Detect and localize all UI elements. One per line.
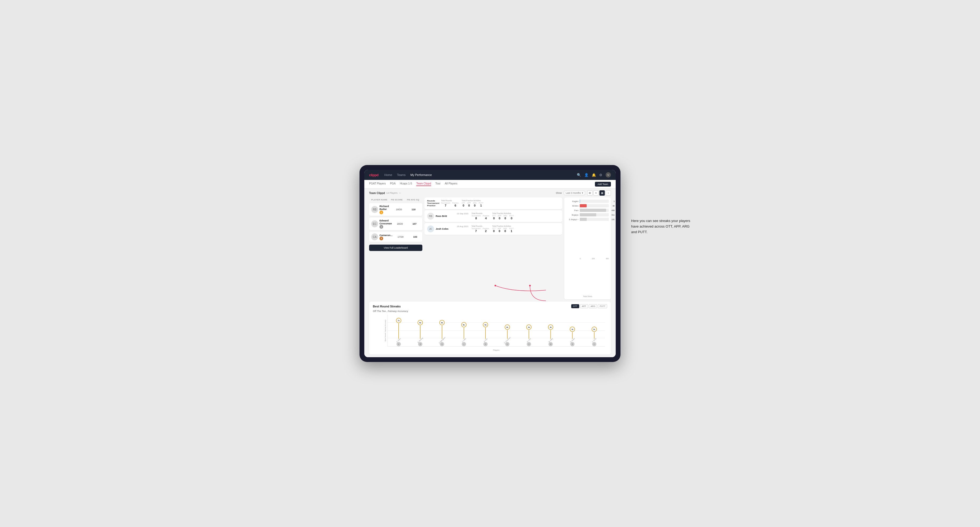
- tournament-val: 7: [445, 204, 446, 207]
- period-dropdown[interactable]: Last 3 months ▾: [564, 191, 585, 195]
- bell-icon[interactable]: 🔔: [592, 173, 596, 177]
- player-name-3: Cameron...: [379, 234, 393, 237]
- ott-josh: OTT 0: [492, 227, 496, 233]
- ott-button-putt[interactable]: PUTT: [598, 304, 607, 308]
- sub-nav-all-players[interactable]: All Players: [445, 182, 457, 186]
- bottom-section: Best Round Streaks OTT APP ARG PUTT Off …: [369, 302, 611, 354]
- table-view-button[interactable]: ↕: [606, 190, 611, 195]
- player-bar-avatar-4: R: [483, 342, 488, 346]
- practice-val: 6: [455, 204, 456, 207]
- putt-val-rees: 0: [511, 217, 512, 220]
- bar-fill-eagles: [580, 200, 580, 203]
- team-name: Team Clippd: [369, 192, 385, 195]
- stat-tournament: Tournament 7: [441, 202, 450, 207]
- sub-nav-pga[interactable]: PGA: [390, 182, 396, 186]
- edit-icon[interactable]: ✏: [399, 192, 401, 195]
- chart-body: 7xE. EbertE6xB. McHargB6xD. BillinghamD5…: [387, 314, 605, 346]
- grid-view-button[interactable]: ⊞: [587, 190, 593, 195]
- col-player-name: PLAYER NAME: [371, 198, 391, 201]
- rounds-tournament-label: Rounds Tournament Practice: [427, 200, 438, 207]
- practice-act-label-josh: Total Practice Activities: [492, 225, 514, 227]
- streak-bubble-6: 4x: [526, 324, 531, 330]
- player-name-wrap-3: Cameron... 3: [379, 234, 393, 240]
- team-header: Team Clippd 14 Players ✏ Show Last 3 mon…: [364, 189, 616, 197]
- bar-value-eagles: 3: [614, 200, 615, 202]
- x-label-0: 0: [580, 258, 581, 259]
- player-card-josh: JC Josh Coles 26 Aug 2023 Total Rounds: [425, 223, 562, 235]
- bar-value-pars: 499: [611, 210, 615, 211]
- app-logo: clippd: [369, 173, 379, 177]
- list-view-button[interactable]: ≡: [593, 190, 599, 195]
- bar-label-eagles: Eagles: [566, 200, 578, 203]
- player-bar-group-5: 4xE. CrossmanE: [503, 324, 512, 346]
- app-rees: APP 0: [498, 215, 501, 220]
- tournament-josh: Tournament 7: [471, 227, 480, 233]
- add-team-button[interactable]: Add Team: [595, 182, 611, 187]
- bar-row-bogeys: Bogeys 311: [566, 213, 609, 216]
- ott-button-arg[interactable]: ARG: [589, 304, 597, 308]
- table-row[interactable]: CA Cameron... 3 17/20 103: [369, 232, 422, 242]
- sub-title: Off The Tee , Fairway Accuracy: [373, 310, 607, 313]
- table-row[interactable]: EC Edward Crossman 2 18/20 107: [369, 217, 422, 230]
- stat-row-practice-acts: OTT 0 APP 0 ARG: [462, 202, 483, 207]
- ott-button-ott[interactable]: OTT: [571, 304, 579, 308]
- middle-panel: Rounds Tournament Practice Total Rounds …: [425, 197, 562, 300]
- bar-track-pars: 499: [580, 209, 609, 212]
- ott-val-rees: 0: [493, 217, 495, 220]
- bar-track-dbogeys: 131: [580, 218, 609, 221]
- putt-val: 1: [480, 204, 482, 207]
- bar-label-bogeys: Bogeys: [566, 214, 578, 216]
- app-josh: APP 0: [498, 227, 501, 233]
- tablet-frame: clippd Home Teams My Performance 🔍 👤 🔔 ⚙…: [360, 165, 620, 362]
- bar-row-pars: Pars 499: [566, 209, 609, 212]
- nav-link-teams[interactable]: Teams: [397, 173, 406, 176]
- pb-avg-3: 103: [409, 236, 422, 238]
- card-stats-top: Total Rounds Tournament 7 Practice: [441, 200, 560, 207]
- streak-bubble-0: 7x: [396, 318, 401, 323]
- streak-bubble-4: 5x: [483, 322, 488, 327]
- player-card-rees: RB Rees Britt 02 Sep 2023 Total Rounds: [425, 210, 562, 222]
- card-date-josh: 26 Aug 2023: [457, 225, 468, 233]
- player-card-top: Rounds Tournament Practice Total Rounds …: [425, 197, 562, 209]
- x-label-200: 200: [592, 258, 595, 259]
- nav-link-my-performance[interactable]: My Performance: [410, 173, 432, 176]
- app-val-rees: 0: [499, 217, 500, 220]
- bar-chart-title: Total Shots: [566, 295, 609, 297]
- nav-links: Home Teams My Performance: [384, 173, 577, 176]
- view-icons: ⊞ ≡ ▦ ↕: [587, 190, 611, 195]
- nav-link-home[interactable]: Home: [384, 173, 392, 176]
- streak-bubble-2: 6x: [439, 320, 445, 325]
- player-bar-group-3: 5xJ. ColesJ: [461, 322, 466, 346]
- player-badge-1: 1: [379, 211, 391, 214]
- player-info-3: CA Cameron... 3: [371, 233, 393, 240]
- team-title: Team Clippd 14 Players ✏: [369, 192, 401, 195]
- sub-nav-tour[interactable]: Tour: [435, 182, 441, 186]
- ott-button-app[interactable]: APP: [580, 304, 588, 308]
- card-view-button[interactable]: ▦: [600, 190, 605, 195]
- sub-nav: PGAT Players PGA Hcaps 1-5 Team Clippd T…: [364, 180, 616, 189]
- player-bar-name-4: R. Britt: [483, 338, 488, 342]
- view-leaderboard-button[interactable]: View Full Leaderboard: [369, 244, 422, 251]
- sub-nav-pgat[interactable]: PGAT Players: [369, 182, 386, 186]
- settings-icon[interactable]: ⚙: [599, 173, 602, 177]
- player-bar-group-4: 5xR. BrittR: [483, 322, 488, 346]
- search-icon[interactable]: 🔍: [577, 173, 581, 177]
- streak-bubble-9: 3x: [592, 327, 597, 332]
- card-name-rees: Rees Britt: [436, 215, 447, 217]
- main-content: Team Clippd 14 Players ✏ Show Last 3 mon…: [364, 189, 616, 357]
- left-panel: PLAYER NAME PB SCORE PB AVG SQ RB: [369, 197, 422, 300]
- stat-practice: Practice 6: [452, 202, 458, 207]
- streak-line-2: [442, 325, 442, 339]
- stat-app: APP 0: [467, 202, 471, 207]
- user-icon[interactable]: 👤: [584, 173, 589, 177]
- player-name-2: Edward Crossman: [379, 219, 392, 225]
- avatar[interactable]: U: [606, 172, 611, 178]
- bar-track-birdies: 96: [580, 204, 609, 207]
- col-pb-avg: PB AVG SQ: [407, 198, 420, 201]
- player-name-wrap-2: Edward Crossman 2: [379, 219, 392, 229]
- sub-title-bold: Off The Tee: [373, 310, 386, 313]
- sub-nav-team-clippd[interactable]: Team Clippd: [416, 182, 431, 186]
- sub-nav-hcaps[interactable]: Hcaps 1-5: [400, 182, 412, 186]
- table-row[interactable]: RB Richard Butler 1 19/20 110: [369, 203, 422, 216]
- card-name-wrap-josh: Josh Coles: [436, 227, 449, 230]
